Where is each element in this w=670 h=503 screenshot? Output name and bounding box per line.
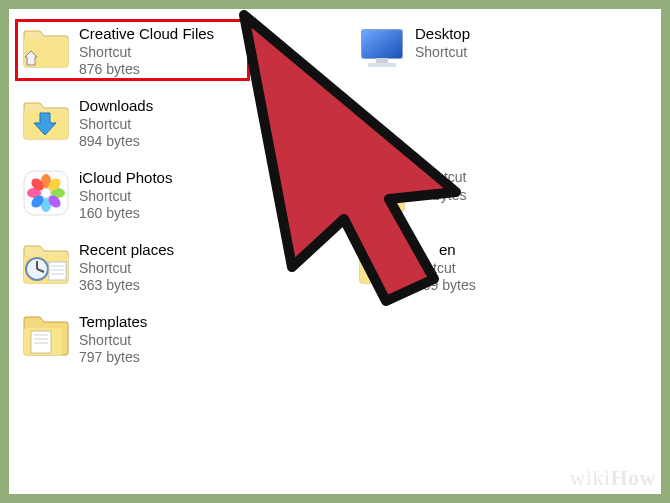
item-desktop[interactable]: Desktop Shortcut (357, 24, 657, 74)
folder-icon (357, 240, 407, 290)
item-name: Templates (79, 313, 147, 332)
svg-rect-23 (376, 58, 388, 63)
item-downloads[interactable]: Downloads Shortcut 894 bytes (21, 96, 321, 151)
item-name: Recent places (79, 241, 174, 260)
item-type: Shortcut (79, 260, 174, 278)
folder-icon (357, 168, 407, 218)
recent-places-icon (21, 240, 71, 290)
item-obscured-b[interactable]: en tcut 909 bytes (357, 240, 657, 295)
item-type: Shortcut (415, 44, 470, 62)
item-name: Desktop (415, 25, 470, 44)
item-type: Shortcut (79, 116, 153, 134)
item-name: en (415, 241, 476, 260)
item-size: 894 bytes (79, 133, 153, 151)
icloud-photos-icon (21, 168, 71, 218)
watermark: wikiHow (569, 465, 656, 491)
item-type: Shortcut (79, 332, 147, 350)
item-size: 363 bytes (79, 277, 174, 295)
folder-templates-icon (21, 312, 71, 362)
item-type: tcut (415, 260, 476, 278)
item-recent-places[interactable]: Recent places Shortcut 363 bytes (21, 240, 321, 295)
item-name: Creative Cloud Files (79, 25, 214, 44)
svg-rect-22 (362, 30, 402, 58)
svg-rect-24 (368, 63, 396, 67)
desktop-monitor-icon (357, 24, 407, 74)
svg-rect-13 (49, 262, 66, 280)
item-templates[interactable]: Templates Shortcut 797 bytes (21, 312, 321, 367)
item-size: 797 bytes (79, 349, 147, 367)
item-size: 876 bytes (79, 61, 214, 79)
svg-point-1 (41, 188, 51, 198)
item-creative-cloud[interactable]: Creative Cloud Files Shortcut 876 bytes (21, 24, 321, 79)
item-name: Downloads (79, 97, 153, 116)
item-obscured-a[interactable]: tcut bytes (357, 168, 657, 218)
item-size: 160 bytes (79, 205, 172, 223)
folder-shortcut-icon (21, 24, 71, 74)
item-icloud-photos[interactable]: iCloud Photos Shortcut 160 bytes (21, 168, 321, 223)
explorer-panel: Creative Cloud Files Shortcut 876 bytes … (9, 9, 661, 494)
item-type: Shortcut (79, 188, 172, 206)
item-size: 909 bytes (415, 277, 476, 295)
item-size: bytes (415, 187, 466, 205)
svg-rect-17 (31, 331, 51, 353)
item-name: iCloud Photos (79, 169, 172, 188)
item-type: tcut (415, 169, 466, 187)
item-type: Shortcut (79, 44, 214, 62)
folder-downloads-icon (21, 96, 71, 146)
